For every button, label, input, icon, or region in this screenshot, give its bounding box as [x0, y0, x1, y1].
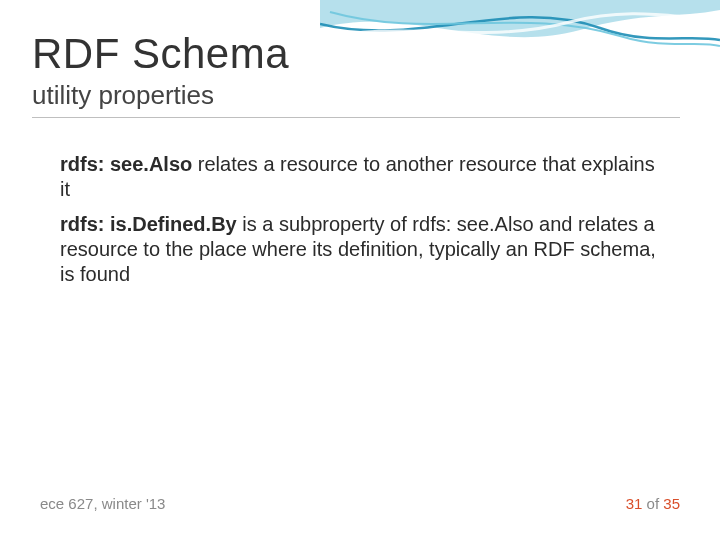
paragraph-2: rdfs: is.Defined.By is a subproperty of … [60, 212, 660, 287]
term-is-defined-by: rdfs: is.Defined.By [60, 213, 237, 235]
page-title: RDF Schema [32, 30, 680, 78]
body-text: rdfs: see.Also relates a resource to ano… [32, 152, 680, 287]
page-total: 35 [663, 495, 680, 512]
page-sep: of [642, 495, 663, 512]
page-subtitle: utility properties [32, 80, 680, 118]
term-see-also: rdfs: see.Also [60, 153, 192, 175]
page-current: 31 [626, 495, 643, 512]
slide-content: RDF Schema utility properties rdfs: see.… [0, 0, 720, 287]
footer-course: ece 627, winter '13 [40, 495, 165, 512]
footer-page: 31 of 35 [626, 495, 680, 512]
paragraph-1: rdfs: see.Also relates a resource to ano… [60, 152, 660, 202]
